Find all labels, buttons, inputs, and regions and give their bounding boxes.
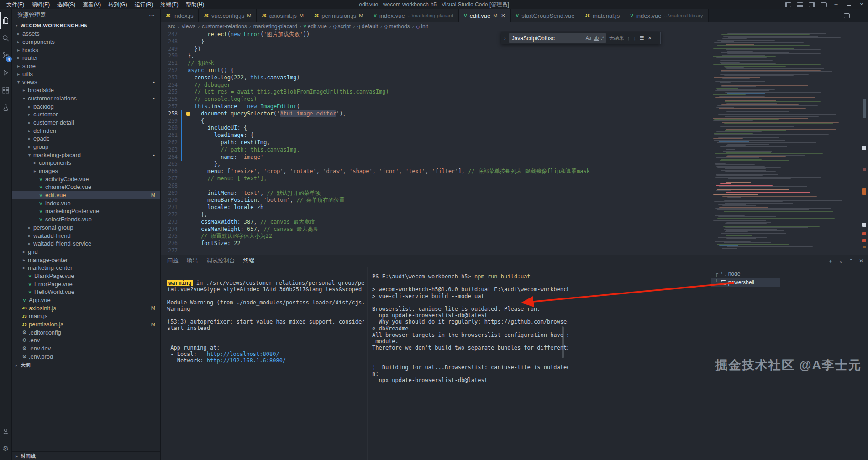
tree-item[interactable]: VchannelCode.vue [12, 183, 160, 191]
menu-item[interactable]: 运行(R) [131, 0, 157, 9]
tree-item[interactable]: ▸utils [12, 70, 160, 78]
tree-item[interactable]: Vedit.vueM [12, 191, 160, 199]
breadcrumb-item[interactable]: ◇init [416, 23, 428, 30]
tree-item[interactable]: ⚙.env [12, 336, 160, 345]
menu-item[interactable]: 文件(F) [3, 0, 28, 9]
terminal-list-item[interactable]: ┌node [711, 269, 780, 278]
more-actions-icon[interactable]: ⋯ [149, 12, 155, 19]
editor-tab[interactable]: Vedit.vueM✕ [459, 9, 511, 22]
breadcrumb-item[interactable]: src [168, 23, 175, 30]
tree-item[interactable]: VactivityCode.vue [12, 175, 160, 183]
tree-item[interactable]: ▸backlog [12, 102, 160, 110]
tree-item[interactable]: ▸hooks [12, 46, 160, 54]
tree-item[interactable]: ▸waitadd-friend [12, 231, 160, 240]
panel-tab[interactable]: 终端 [243, 255, 255, 267]
editor-tab[interactable]: Vindex.vue...\marketing-placard [368, 9, 459, 22]
new-terminal-icon[interactable]: ＋ [828, 257, 833, 265]
terminal-list-item[interactable]: └powershell [711, 278, 780, 287]
menu-item[interactable]: 编辑(E) [28, 0, 53, 9]
split-editor-icon[interactable] [844, 13, 850, 18]
breadcrumb-item[interactable]: marketing-placard [253, 23, 297, 30]
outline-section[interactable]: ▸ 大纲 [12, 361, 160, 369]
editor-tab[interactable]: JSaxiosinit.jsM [257, 9, 309, 22]
project-root[interactable]: ▾ WECOM-WORKBENCH-H5 [12, 21, 160, 30]
menu-item[interactable]: 转到(G) [105, 0, 131, 9]
whole-word-icon[interactable]: ab [594, 36, 599, 41]
testing-icon[interactable] [0, 99, 12, 116]
find-toggle-replace-icon[interactable]: › [504, 36, 506, 41]
tree-item[interactable]: ⚙.env.dev [12, 345, 160, 353]
editor-tab[interactable]: JSmaterial.js [580, 9, 626, 22]
regex-icon[interactable]: .* [601, 36, 604, 41]
explorer-icon[interactable] [0, 12, 12, 29]
terminal-dropdown-icon[interactable]: ⌄ [839, 258, 843, 264]
close-button[interactable]: ✕ [855, 0, 868, 9]
run-debug-icon[interactable] [0, 64, 12, 81]
editor-tab[interactable]: JSindex.js [161, 9, 199, 22]
breadcrumb-item[interactable]: Vedit.vue [304, 23, 327, 30]
match-case-icon[interactable]: Aa [586, 36, 591, 41]
extensions-icon[interactable] [0, 81, 12, 99]
lightbulb-icon[interactable] [186, 112, 190, 116]
tree-item[interactable]: ⚙.env.prod [12, 353, 160, 361]
menu-item[interactable]: 查看(V) [79, 0, 105, 9]
minimap[interactable] [712, 31, 858, 255]
tree-item[interactable]: ▸components [12, 38, 160, 46]
breadcrumb-item[interactable]: {}default [357, 23, 378, 30]
tree-item[interactable]: ▸customer-detail [12, 119, 160, 127]
timeline-section[interactable]: ▸ 时间线 [12, 451, 160, 460]
find-input[interactable] [511, 35, 584, 42]
tree-item[interactable]: JSmain.js [12, 312, 160, 320]
tree-item[interactable]: JSaxiosinit.jsM [12, 304, 160, 312]
breadcrumb-item[interactable]: views [182, 23, 195, 30]
tree-item[interactable]: ▸delfriden [12, 126, 160, 135]
toggle-sidebar-icon[interactable] [785, 2, 791, 7]
code-editor[interactable]: 247 reject(new Error('图片加载失败'))248 }249 … [161, 31, 868, 255]
tree-item[interactable]: ▸grid [12, 248, 160, 256]
find-next-icon[interactable]: ↓ [633, 36, 637, 41]
minimize-button[interactable]: ─ [830, 0, 842, 9]
tree-item[interactable]: VBlankPage.vue [12, 272, 160, 280]
tree-item[interactable]: ▸router [12, 54, 160, 62]
menu-item[interactable]: 终端(T) [157, 0, 182, 9]
code-area[interactable]: 247 reject(new Error('图片加载失败'))248 }249 … [161, 31, 712, 255]
tree-item[interactable]: ▸marketing-center [12, 264, 160, 272]
editor-more-actions-icon[interactable]: ⋯ [855, 11, 863, 20]
panel-tab[interactable]: 输出 [187, 255, 198, 267]
tree-item[interactable]: ▸epadc [12, 135, 160, 143]
account-icon[interactable] [0, 423, 12, 440]
panel-tab[interactable]: 问题 [167, 255, 179, 267]
breadcrumb-item[interactable]: customer-relations [202, 23, 247, 30]
editor-tab[interactable]: JSpermission.jsM [309, 9, 368, 22]
breadcrumb-item[interactable]: {}script [333, 23, 351, 30]
tree-item[interactable]: VApp.vue [12, 296, 160, 304]
tree-item[interactable]: VmarketingPoster.vue [12, 207, 160, 215]
tree-item[interactable]: ▾views● [12, 78, 160, 86]
tree-item[interactable]: ▸broadside [12, 86, 160, 94]
editor-tab[interactable]: VstartGroupSend.vue [511, 9, 580, 22]
tree-item[interactable]: VHelloWorld.vue [12, 288, 160, 296]
close-panel-icon[interactable]: ✕ [859, 258, 863, 264]
tree-item[interactable]: ▾marketing-placard● [12, 151, 160, 159]
toggle-panel-icon[interactable] [797, 2, 803, 7]
tree-item[interactable]: ▸customer [12, 110, 160, 119]
customize-layout-icon[interactable] [821, 2, 827, 7]
search-icon[interactable] [0, 29, 12, 47]
tree-item[interactable]: ▸personal-group [12, 224, 160, 232]
toggle-secondary-sidebar-icon[interactable] [809, 2, 815, 7]
maximize-panel-icon[interactable]: ⌃ [849, 258, 853, 264]
source-control-icon[interactable]: 4 [0, 47, 12, 64]
menu-item[interactable]: 选择(S) [53, 0, 79, 9]
tree-item[interactable]: JSpermission.jsM [12, 320, 160, 329]
find-prev-icon[interactable]: ↑ [627, 36, 631, 41]
terminal-output-left[interactable]: warning in ./src/views/customer-relation… [167, 267, 364, 460]
menu-item[interactable]: 帮助(H) [182, 0, 208, 9]
tree-item[interactable]: ⚙.editorconfig [12, 328, 160, 336]
tree-item[interactable]: ▸waitadd-friend-service [12, 240, 160, 248]
settings-gear-icon[interactable]: ⚙ [0, 440, 12, 457]
tree-item[interactable]: ▸manage-center [12, 256, 160, 264]
breadcrumb-item[interactable]: {}methods [384, 23, 410, 30]
maximize-button[interactable] [842, 0, 855, 9]
tree-item[interactable]: ▸components [12, 159, 160, 167]
find-close-icon[interactable]: ✕ [647, 35, 652, 41]
